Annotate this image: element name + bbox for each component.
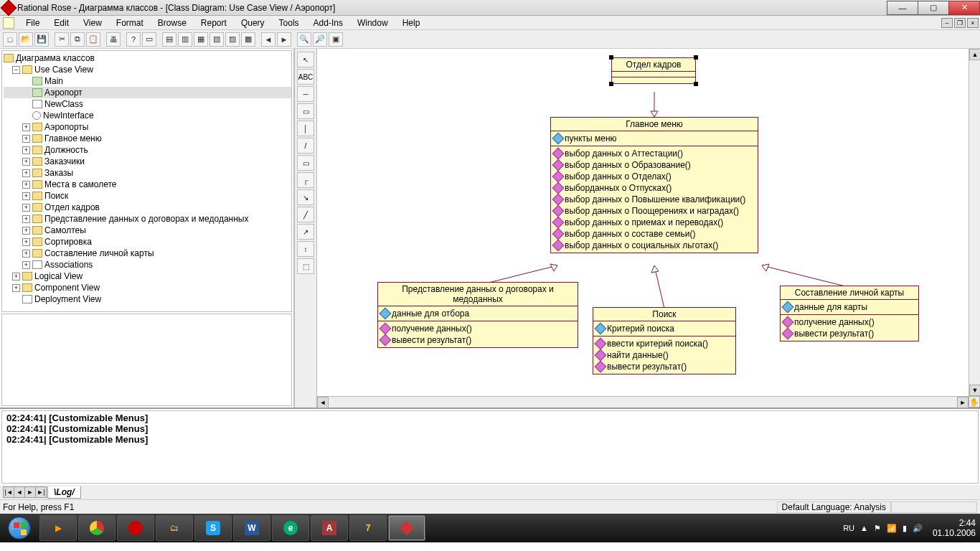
class-presentation[interactable]: Представление данных о договорах и медод… bbox=[377, 282, 578, 348]
tray-network-icon[interactable]: 📶 bbox=[887, 524, 897, 533]
expand-icon[interactable]: + bbox=[22, 192, 30, 200]
tree-item[interactable]: Заказы bbox=[44, 167, 73, 179]
task-mediaplayer[interactable]: ▶ bbox=[39, 515, 77, 541]
model-browser[interactable]: Диаграмма классов −Use Case View Main Аэ… bbox=[1, 50, 292, 312]
diagram-canvas[interactable]: Отдел кадров Главное меню пункты меню вы… bbox=[317, 49, 969, 396]
task-7zip[interactable]: 7 bbox=[349, 515, 387, 541]
menu-window[interactable]: Window bbox=[350, 17, 395, 29]
save-button[interactable]: 💾 bbox=[34, 32, 49, 47]
browse-class-button[interactable]: ▤ bbox=[162, 32, 176, 47]
log-last-button[interactable]: ►| bbox=[35, 486, 47, 498]
tool-note[interactable]: ─ bbox=[297, 86, 314, 102]
menu-query[interactable]: Query bbox=[234, 17, 272, 29]
menu-view[interactable]: View bbox=[76, 17, 109, 29]
zoom-out-button[interactable]: 🔎 bbox=[313, 32, 327, 47]
tool-aggreg[interactable]: ↘ bbox=[297, 189, 314, 205]
tree-airport[interactable]: Аэропорт bbox=[44, 87, 83, 98]
next-button[interactable]: ► bbox=[277, 32, 291, 47]
tree-item[interactable]: Поиск bbox=[44, 190, 68, 202]
scroll-left-button[interactable]: ◄ bbox=[317, 397, 329, 408]
paste-button[interactable]: 📋 bbox=[86, 32, 100, 47]
scroll-down-button[interactable]: ▼ bbox=[969, 385, 980, 396]
fit-window-button[interactable]: ▣ bbox=[329, 32, 343, 47]
task-access[interactable]: A bbox=[311, 515, 348, 541]
expand-icon[interactable]: + bbox=[22, 227, 30, 235]
tree-item[interactable]: Самолтеы bbox=[44, 225, 86, 236]
tool-package[interactable]: ⬚ bbox=[297, 258, 314, 274]
expand-icon[interactable]: + bbox=[12, 273, 20, 281]
expand-icon[interactable]: + bbox=[22, 146, 30, 154]
expand-icon[interactable]: + bbox=[22, 123, 30, 131]
expand-icon[interactable]: + bbox=[22, 135, 30, 143]
tool-text[interactable]: ABC bbox=[297, 69, 314, 85]
browse-deploy-button[interactable]: ▨ bbox=[225, 32, 240, 47]
print-button[interactable]: 🖶 bbox=[106, 32, 121, 47]
browse-parent-button[interactable]: ▩ bbox=[241, 32, 255, 47]
tray-clock[interactable]: 2:44 01.10.2006 bbox=[933, 518, 976, 538]
expand-icon[interactable]: + bbox=[22, 215, 30, 223]
expand-icon[interactable]: + bbox=[22, 204, 30, 212]
cut-button[interactable]: ✂ bbox=[55, 32, 69, 47]
prev-button[interactable]: ◄ bbox=[261, 32, 275, 47]
vertical-scrollbar[interactable]: ▲ ▼ bbox=[969, 49, 980, 396]
menu-format[interactable]: Format bbox=[109, 17, 151, 29]
tree-component[interactable]: Component View bbox=[34, 282, 100, 293]
log-prev-button[interactable]: ◄ bbox=[14, 486, 25, 498]
pan-hand-icon[interactable]: ✋ bbox=[969, 396, 980, 408]
class-card[interactable]: Составление личной карты данные для карт… bbox=[780, 286, 919, 342]
class-menu[interactable]: Главное меню пункты меню выбор данных о … bbox=[550, 117, 758, 253]
tree-root[interactable]: Диаграмма классов bbox=[16, 52, 95, 64]
mdi-close-button[interactable]: × bbox=[967, 18, 979, 28]
expand-icon[interactable]: + bbox=[22, 238, 30, 246]
tree-usecase[interactable]: Use Case View bbox=[34, 64, 93, 75]
tray-language[interactable]: RU bbox=[843, 524, 854, 532]
tray-volume-icon[interactable]: 🔊 bbox=[913, 524, 923, 533]
tree-item[interactable]: Аэропорты bbox=[44, 121, 88, 133]
tool-class[interactable]: │ bbox=[297, 121, 314, 136]
tool-uniassoc[interactable]: ┌ bbox=[297, 172, 314, 188]
tree-item[interactable]: Должность bbox=[44, 144, 88, 156]
collapse-icon[interactable]: − bbox=[12, 66, 20, 74]
expand-icon[interactable]: + bbox=[22, 250, 30, 258]
tree-item[interactable]: Места в самолете bbox=[44, 179, 117, 190]
log-next-button[interactable]: ► bbox=[24, 486, 36, 498]
menu-addins[interactable]: Add-Ins bbox=[306, 17, 350, 29]
tree-logical[interactable]: Logical View bbox=[34, 270, 83, 282]
task-edge[interactable]: e bbox=[272, 515, 309, 541]
tree-newinterface[interactable]: NewInterface bbox=[43, 110, 94, 121]
menu-browse[interactable]: Browse bbox=[151, 17, 194, 29]
menu-tools[interactable]: Tools bbox=[272, 17, 306, 29]
tree-item[interactable]: Заказчики bbox=[44, 156, 85, 167]
task-opera[interactable] bbox=[117, 515, 154, 541]
close-button[interactable]: ✕ bbox=[948, 1, 980, 15]
menu-help[interactable]: Help bbox=[395, 17, 428, 29]
tool-anchor[interactable]: ▭ bbox=[297, 103, 314, 119]
help-cursor-button[interactable]: ? bbox=[126, 32, 141, 47]
scroll-right-button[interactable]: ► bbox=[957, 397, 969, 408]
mdi-minimize-button[interactable]: – bbox=[941, 18, 953, 28]
horizontal-scrollbar[interactable]: ◄► bbox=[317, 396, 969, 408]
scroll-up-button[interactable]: ▲ bbox=[969, 49, 980, 60]
tree-main[interactable]: Main bbox=[44, 75, 63, 87]
tree-item[interactable]: Составление личной карты bbox=[44, 248, 154, 259]
task-rationalrose[interactable] bbox=[388, 515, 425, 541]
tool-pointer[interactable]: ↖ bbox=[297, 52, 314, 67]
task-skype[interactable]: S bbox=[194, 515, 232, 541]
tree-item[interactable]: Associations bbox=[44, 259, 93, 270]
tree-item[interactable]: Главное меню bbox=[44, 133, 102, 144]
zoom-in-button[interactable]: 🔍 bbox=[297, 32, 311, 47]
tree-item[interactable]: Отдел кадров bbox=[44, 202, 100, 213]
maximize-button[interactable]: ▢ bbox=[918, 1, 949, 15]
log-output[interactable]: 02:24:41| [Customizable Menus] 02:24:41|… bbox=[1, 410, 979, 484]
minimize-button[interactable]: — bbox=[887, 1, 918, 15]
class-hr[interactable]: Отдел кадров bbox=[611, 57, 696, 84]
expand-icon[interactable]: + bbox=[22, 158, 30, 166]
task-word[interactable]: W bbox=[233, 515, 270, 541]
class-search[interactable]: Поиск Критерий поиска ввести критерий по… bbox=[593, 307, 736, 375]
tray-show-hidden-icon[interactable]: ▲ bbox=[860, 524, 868, 532]
log-tab[interactable]: \Log/ bbox=[47, 486, 81, 499]
tray-battery-icon[interactable]: ▮ bbox=[903, 524, 907, 533]
browse-component-button[interactable]: ▦ bbox=[194, 32, 208, 47]
browse-state-button[interactable]: ▧ bbox=[209, 32, 224, 47]
view-button[interactable]: ▭ bbox=[142, 32, 156, 47]
